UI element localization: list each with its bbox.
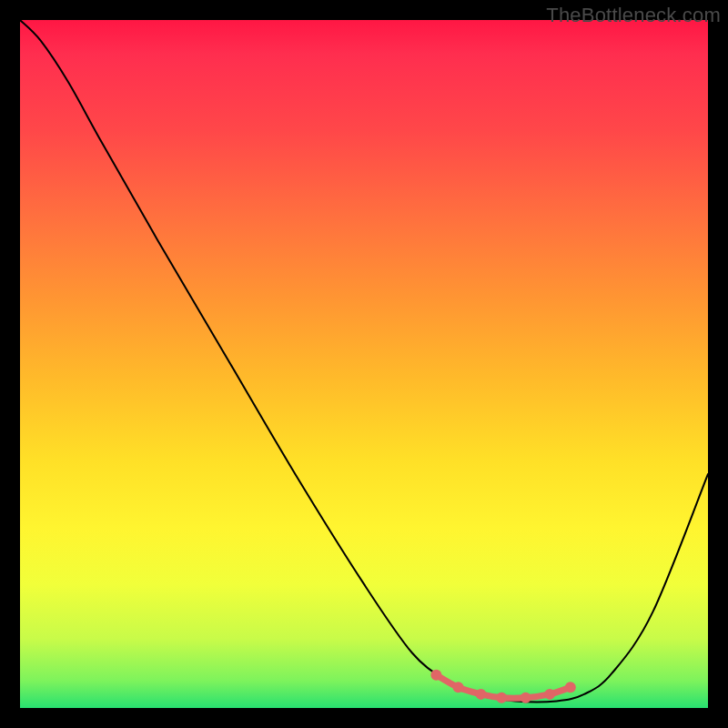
highlight-dot xyxy=(453,682,464,693)
watermark-text: TheBottleneck.com xyxy=(546,4,721,27)
highlight-dot xyxy=(496,693,507,703)
bottleneck-curve xyxy=(20,20,708,702)
highlight-dot xyxy=(565,682,576,693)
highlight-dot xyxy=(521,693,531,703)
highlight-dot xyxy=(476,689,487,700)
highlight-dot xyxy=(430,670,441,681)
chart-frame: TheBottleneck.com xyxy=(0,0,728,728)
curve-layer xyxy=(20,20,708,708)
highlight-dot xyxy=(544,689,555,700)
plot-area xyxy=(20,20,708,708)
